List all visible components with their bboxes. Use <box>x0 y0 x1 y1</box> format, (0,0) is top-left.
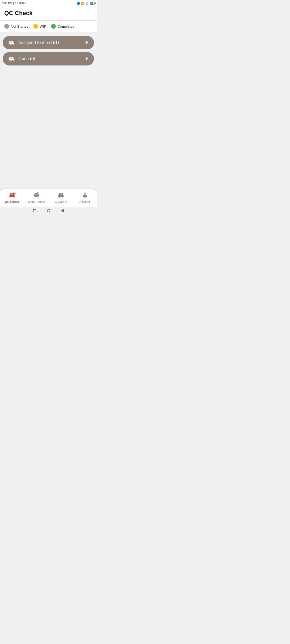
android-home-button[interactable] <box>47 209 50 212</box>
android-recents-button[interactable] <box>61 209 64 213</box>
completed-label: Completed <box>57 24 74 28</box>
status-time: 3:30 PM <box>2 2 12 5</box>
triangle-icon <box>61 209 64 213</box>
svg-point-12 <box>34 196 36 197</box>
legend-wip: WIP <box>33 24 46 29</box>
nav-item-qc-check[interactable]: QC Check <box>4 192 20 203</box>
account-nav-label: Account <box>79 200 90 203</box>
status-icons: 🔵 📶 📡 <box>77 2 95 5</box>
work-update-nav-icon <box>33 192 40 199</box>
legend-completed: Completed <box>51 24 74 29</box>
svg-point-1 <box>9 44 10 45</box>
nav-item-work-update[interactable]: Work Update <box>28 192 45 203</box>
svg-point-5 <box>9 60 10 61</box>
bottom-nav: QC Check Work Update Q Ga <box>0 189 97 207</box>
nav-item-account[interactable]: Account <box>77 192 93 203</box>
android-back-button[interactable] <box>33 209 36 212</box>
assigned-label: Assigned to me (161) <box>18 40 59 45</box>
open-chevron-icon: ▼ <box>84 56 89 62</box>
qc-check-nav-label: QC Check <box>5 200 19 203</box>
sim-icon: 📡 <box>85 2 89 5</box>
svg-rect-20 <box>84 193 86 194</box>
q-gate-2-nav-icon <box>57 192 64 199</box>
svg-rect-17 <box>60 193 62 195</box>
work-update-nav-label: Work Update <box>28 200 45 203</box>
q-gate-2-nav-label: Q Gate 2 <box>55 200 67 203</box>
wip-label: WIP <box>40 24 46 28</box>
assigned-btn-left: Assigned to me (161) <box>8 40 59 46</box>
account-nav-icon <box>81 192 88 199</box>
svg-point-2 <box>12 44 13 45</box>
wifi-icon: 📶 <box>81 2 84 5</box>
svg-point-16 <box>61 196 63 197</box>
open-button[interactable]: Open (0) ▼ <box>3 52 94 65</box>
assigned-chevron-icon: ▼ <box>84 40 89 46</box>
status-legend: Not Started WIP Completed <box>0 21 97 32</box>
square-icon <box>33 209 36 212</box>
android-nav-bar <box>0 207 97 215</box>
network-icon: 🔵 <box>77 2 80 5</box>
not-started-dot <box>4 24 9 29</box>
svg-point-6 <box>12 60 13 61</box>
svg-point-19 <box>83 195 87 197</box>
svg-point-9 <box>13 196 14 197</box>
page-title: QC Check <box>4 10 92 17</box>
nav-item-q-gate-2[interactable]: Q Gate 2 <box>53 192 69 203</box>
wip-dot <box>33 24 38 29</box>
svg-point-13 <box>37 196 38 197</box>
main-content: Assigned to me (161) ▼ Open (0) ▼ <box>0 32 97 69</box>
legend-not-started: Not Started <box>4 24 28 29</box>
assigned-to-me-button[interactable]: Assigned to me (161) ▼ <box>3 36 94 49</box>
car-icon-assigned <box>8 40 15 46</box>
status-network-speed: 17.7KB/s <box>15 2 26 5</box>
completed-dot <box>51 24 56 29</box>
page-header: QC Check <box>0 6 97 21</box>
open-btn-left: Open (0) <box>8 56 35 62</box>
open-label: Open (0) <box>18 56 35 61</box>
status-bar: 3:30 PM | 17.7KB/s 🔵 📶 📡 <box>0 0 97 6</box>
car-icon-open <box>8 56 15 62</box>
not-started-label: Not Started <box>11 24 28 28</box>
svg-point-15 <box>59 196 60 197</box>
qc-check-nav-icon <box>9 192 16 199</box>
circle-icon <box>47 209 50 212</box>
svg-point-8 <box>10 196 11 197</box>
status-network: | <box>13 2 14 5</box>
battery-icon <box>90 2 95 5</box>
